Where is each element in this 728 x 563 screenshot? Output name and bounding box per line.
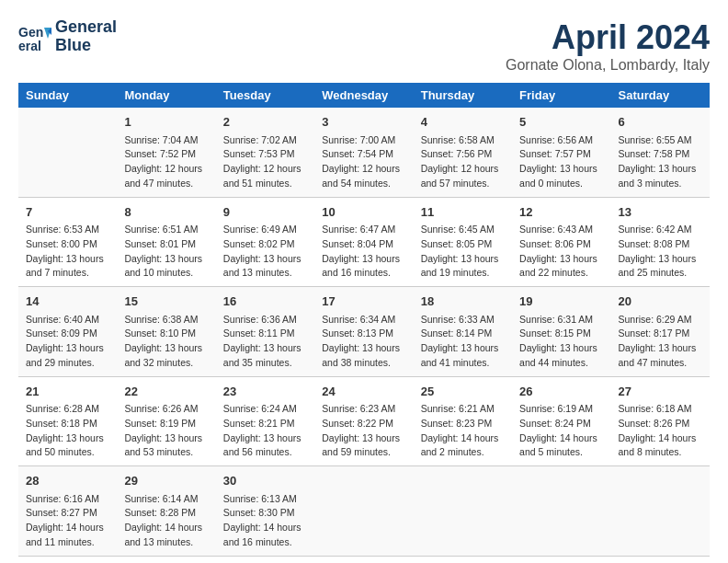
calendar-table: SundayMondayTuesdayWednesdayThursdayFrid… — [18, 83, 710, 557]
calendar-cell: 25Sunrise: 6:21 AM Sunset: 8:23 PM Dayli… — [414, 376, 512, 466]
calendar-cell: 23Sunrise: 6:24 AM Sunset: 8:21 PM Dayli… — [216, 376, 314, 466]
calendar-cell — [611, 466, 710, 557]
calendar-cell: 17Sunrise: 6:34 AM Sunset: 8:13 PM Dayli… — [314, 287, 413, 377]
calendar-cell: 2Sunrise: 7:02 AM Sunset: 7:53 PM Daylig… — [216, 108, 314, 197]
calendar-cell: 9Sunrise: 6:49 AM Sunset: 8:02 PM Daylig… — [216, 197, 314, 287]
day-number: 24 — [322, 383, 405, 401]
day-info: Sunrise: 6:29 AM Sunset: 8:17 PM Dayligh… — [619, 313, 702, 371]
calendar-cell: 14Sunrise: 6:40 AM Sunset: 8:09 PM Dayli… — [18, 287, 117, 377]
calendar-cell — [314, 466, 413, 557]
day-info: Sunrise: 6:34 AM Sunset: 8:13 PM Dayligh… — [322, 313, 405, 371]
calendar-cell: 21Sunrise: 6:28 AM Sunset: 8:18 PM Dayli… — [18, 376, 117, 466]
day-number: 8 — [124, 203, 208, 222]
day-info: Sunrise: 6:31 AM Sunset: 8:15 PM Dayligh… — [519, 313, 603, 371]
logo-line1: General — [55, 18, 117, 37]
calendar-cell: 7Sunrise: 6:53 AM Sunset: 8:00 PM Daylig… — [18, 197, 117, 287]
day-info: Sunrise: 6:38 AM Sunset: 8:10 PM Dayligh… — [124, 313, 208, 371]
day-number: 3 — [322, 113, 405, 132]
day-number: 12 — [519, 203, 603, 222]
calendar-cell: 8Sunrise: 6:51 AM Sunset: 8:01 PM Daylig… — [117, 197, 215, 287]
calendar-week-row: 7Sunrise: 6:53 AM Sunset: 8:00 PM Daylig… — [18, 197, 710, 287]
calendar-cell: 15Sunrise: 6:38 AM Sunset: 8:10 PM Dayli… — [117, 287, 215, 377]
title-block: April 2024 Gornate Olona, Lombardy, Ital… — [506, 18, 710, 74]
day-info: Sunrise: 7:00 AM Sunset: 7:54 PM Dayligh… — [322, 133, 405, 191]
weekday-header: Wednesday — [314, 83, 413, 108]
day-number: 7 — [26, 203, 109, 222]
calendar-cell: 27Sunrise: 6:18 AM Sunset: 8:26 PM Dayli… — [611, 376, 710, 466]
day-info: Sunrise: 6:23 AM Sunset: 8:22 PM Dayligh… — [322, 402, 405, 460]
calendar-cell: 3Sunrise: 7:00 AM Sunset: 7:54 PM Daylig… — [314, 108, 413, 197]
day-number: 27 — [619, 383, 702, 401]
page-header: Gen eral General Blue April 2024 Gornate… — [18, 18, 710, 74]
day-info: Sunrise: 6:58 AM Sunset: 7:56 PM Dayligh… — [421, 133, 505, 191]
day-number: 25 — [421, 383, 505, 401]
day-number: 5 — [519, 113, 603, 132]
calendar-cell: 20Sunrise: 6:29 AM Sunset: 8:17 PM Dayli… — [611, 287, 710, 377]
calendar-cell — [18, 108, 117, 197]
logo: Gen eral General Blue — [18, 18, 117, 55]
calendar-cell: 24Sunrise: 6:23 AM Sunset: 8:22 PM Dayli… — [314, 376, 413, 466]
day-number: 30 — [223, 472, 307, 490]
day-number: 29 — [124, 472, 208, 490]
weekday-header: Saturday — [611, 83, 710, 108]
day-info: Sunrise: 7:04 AM Sunset: 7:52 PM Dayligh… — [124, 133, 208, 191]
day-info: Sunrise: 6:18 AM Sunset: 8:26 PM Dayligh… — [619, 402, 702, 460]
calendar-cell: 19Sunrise: 6:31 AM Sunset: 8:15 PM Dayli… — [512, 287, 610, 377]
day-number: 28 — [26, 472, 109, 490]
calendar-cell: 18Sunrise: 6:33 AM Sunset: 8:14 PM Dayli… — [414, 287, 512, 377]
day-info: Sunrise: 6:47 AM Sunset: 8:04 PM Dayligh… — [322, 223, 405, 281]
day-number: 20 — [619, 293, 702, 311]
day-info: Sunrise: 6:33 AM Sunset: 8:14 PM Dayligh… — [421, 313, 505, 371]
calendar-week-row: 21Sunrise: 6:28 AM Sunset: 8:18 PM Dayli… — [18, 376, 710, 466]
day-info: Sunrise: 6:14 AM Sunset: 8:28 PM Dayligh… — [124, 492, 208, 550]
svg-text:eral: eral — [18, 39, 41, 53]
day-number: 16 — [223, 293, 307, 311]
calendar-cell: 5Sunrise: 6:56 AM Sunset: 7:57 PM Daylig… — [512, 108, 610, 197]
calendar-week-row: 1Sunrise: 7:04 AM Sunset: 7:52 PM Daylig… — [18, 108, 710, 197]
calendar-cell: 30Sunrise: 6:13 AM Sunset: 8:30 PM Dayli… — [216, 466, 314, 557]
day-info: Sunrise: 6:43 AM Sunset: 8:06 PM Dayligh… — [519, 223, 603, 281]
logo-icon: Gen eral — [18, 20, 51, 53]
day-number: 14 — [26, 293, 109, 311]
svg-text:Gen: Gen — [18, 25, 43, 40]
calendar-cell: 26Sunrise: 6:19 AM Sunset: 8:24 PM Dayli… — [512, 376, 610, 466]
day-number: 18 — [421, 293, 505, 311]
day-number: 21 — [26, 383, 109, 401]
logo-line2: Blue — [55, 37, 117, 55]
weekday-header: Monday — [117, 83, 215, 108]
day-info: Sunrise: 6:28 AM Sunset: 8:18 PM Dayligh… — [26, 402, 109, 460]
weekday-header: Sunday — [18, 83, 117, 108]
day-number: 17 — [322, 293, 405, 311]
day-info: Sunrise: 6:21 AM Sunset: 8:23 PM Dayligh… — [421, 402, 505, 460]
day-info: Sunrise: 6:16 AM Sunset: 8:27 PM Dayligh… — [26, 492, 109, 550]
day-info: Sunrise: 6:55 AM Sunset: 7:58 PM Dayligh… — [619, 133, 702, 191]
day-number: 22 — [124, 383, 208, 401]
day-info: Sunrise: 6:56 AM Sunset: 7:57 PM Dayligh… — [519, 133, 603, 191]
day-number: 23 — [223, 383, 307, 401]
weekday-header: Friday — [512, 83, 610, 108]
day-info: Sunrise: 6:45 AM Sunset: 8:05 PM Dayligh… — [421, 223, 505, 281]
calendar-cell — [512, 466, 610, 557]
day-number: 13 — [619, 203, 702, 222]
day-number: 11 — [421, 203, 505, 222]
weekday-header: Thursday — [414, 83, 512, 108]
subtitle: Gornate Olona, Lombardy, Italy — [506, 57, 710, 74]
day-info: Sunrise: 6:13 AM Sunset: 8:30 PM Dayligh… — [223, 492, 307, 550]
weekday-row: SundayMondayTuesdayWednesdayThursdayFrid… — [18, 83, 710, 108]
day-info: Sunrise: 6:42 AM Sunset: 8:08 PM Dayligh… — [619, 223, 702, 281]
calendar-cell: 16Sunrise: 6:36 AM Sunset: 8:11 PM Dayli… — [216, 287, 314, 377]
calendar-cell: 29Sunrise: 6:14 AM Sunset: 8:28 PM Dayli… — [117, 466, 215, 557]
day-number: 4 — [421, 113, 505, 132]
calendar-week-row: 14Sunrise: 6:40 AM Sunset: 8:09 PM Dayli… — [18, 287, 710, 377]
day-number: 10 — [322, 203, 405, 222]
day-number: 1 — [124, 113, 208, 132]
calendar-cell — [414, 466, 512, 557]
day-info: Sunrise: 6:40 AM Sunset: 8:09 PM Dayligh… — [26, 313, 109, 371]
main-title: April 2024 — [506, 18, 710, 57]
day-number: 2 — [223, 113, 307, 132]
calendar-cell: 12Sunrise: 6:43 AM Sunset: 8:06 PM Dayli… — [512, 197, 610, 287]
day-number: 9 — [223, 203, 307, 222]
day-number: 15 — [124, 293, 208, 311]
calendar-cell: 11Sunrise: 6:45 AM Sunset: 8:05 PM Dayli… — [414, 197, 512, 287]
logo-text: General Blue — [55, 18, 117, 55]
